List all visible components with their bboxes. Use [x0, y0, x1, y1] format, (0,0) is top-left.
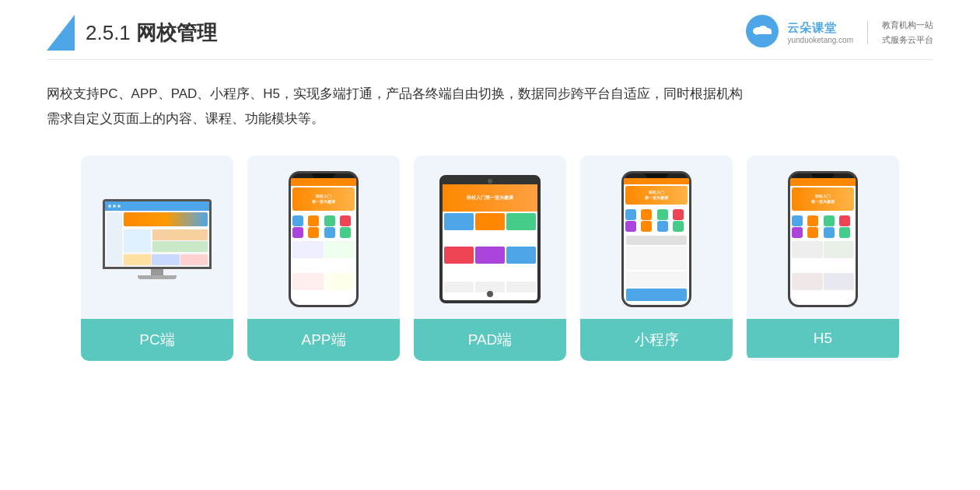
svg-rect-7: [756, 37, 768, 38]
description-line1: 网校支持PC、APP、PAD、小程序、H5，实现多端打通，产品各终端自由切换，数…: [47, 82, 933, 107]
h5-course-list: [790, 240, 856, 305]
pad-grid-item: [506, 213, 536, 230]
h5-course-item: [792, 241, 823, 258]
miniapp-top-bar: [624, 178, 689, 184]
miniapp-phone-device: 轻松入门第一堂兴趣课: [621, 171, 691, 307]
description-line2: 需求自定义页面上的内容、课程、功能模块等。: [47, 107, 933, 131]
pad-grid-item: [444, 247, 474, 264]
card-miniapp-image: 轻松入门第一堂兴趣课: [580, 156, 733, 319]
title-main: 网校管理: [136, 21, 217, 44]
miniapp-phone-screen: 轻松入门第一堂兴趣课: [624, 178, 689, 305]
brand-text: 云朵课堂 yunduoketang.com: [787, 21, 853, 44]
phone-banner: 轻松入门第一堂兴趣课: [292, 187, 355, 211]
card-pad-label: PAD端: [414, 319, 566, 361]
pad-grid-item: [475, 247, 505, 264]
card-pad: 轻松入门第一堂兴趣课: [414, 156, 566, 361]
h5-top-bar: [790, 178, 856, 186]
phone-top-bar: ●●●: [291, 178, 356, 186]
miniapp-content: [624, 233, 689, 305]
pad-device: 轻松入门第一堂兴趣课: [439, 175, 541, 303]
card-pc-label: PC端: [81, 319, 233, 361]
logo-divider: [867, 21, 868, 44]
svg-rect-5: [754, 31, 772, 34]
app-phone-device: ●●● 轻松入门第一堂兴趣课: [289, 171, 359, 307]
pad-grid: [443, 212, 537, 280]
card-miniapp: 轻松入门第一堂兴趣课: [580, 156, 733, 361]
card-app: ●●● 轻松入门第一堂兴趣课: [247, 156, 400, 361]
card-h5-label: H5: [747, 319, 899, 358]
pad-grid-item: [506, 247, 536, 264]
phone-notch: [312, 173, 335, 178]
page-heading: 2.5.1 网校管理: [86, 19, 217, 47]
brand-logo: 云朵课堂 yunduoketang.com 教育机构一站 式服务云平台: [745, 14, 933, 51]
description: 网校支持PC、APP、PAD、小程序、H5，实现多端打通，产品各终端自由切换，数…: [47, 82, 933, 132]
pad-grid-item: [444, 213, 474, 230]
phone-course-list: [291, 240, 356, 305]
course-item: [324, 241, 355, 258]
h5-banner: 轻松入门第一堂兴趣课: [792, 187, 854, 211]
brand-slogan: 教育机构一站 式服务云平台: [882, 18, 933, 47]
pad-top-bar: [443, 178, 537, 184]
card-app-label: APP端: [247, 319, 400, 361]
pc-monitor: [103, 199, 212, 269]
course-item: [324, 273, 355, 290]
h5-phone-device: 轻松入门第一堂兴趣课: [788, 171, 858, 307]
card-h5-image: 轻松入门第一堂兴趣课: [747, 156, 899, 319]
phone-icons-grid: [291, 214, 356, 240]
h5-course-item: [824, 273, 855, 290]
svg-rect-6: [758, 34, 767, 36]
pad-home-button: [487, 291, 493, 297]
slogan-line1: 教育机构一站: [882, 18, 933, 33]
h5-phone-notch: [811, 173, 835, 178]
page-wrapper: 2.5.1 网校管理 云朵课堂: [0, 0, 980, 490]
slogan-line2: 式服务云平台: [882, 33, 933, 47]
pad-screen: 轻松入门第一堂兴趣课: [443, 184, 537, 300]
miniapp-banner: 轻松入门第一堂兴趣课: [625, 186, 688, 205]
course-item: [292, 241, 324, 258]
card-h5: 轻松入门第一堂兴趣课: [747, 156, 899, 361]
pc-base: [138, 275, 177, 279]
yunduoketang-icon: [745, 14, 779, 48]
title-prefix: 2.5.1: [86, 21, 136, 44]
pc-device: [103, 199, 212, 279]
miniapp-icons-grid: [624, 208, 689, 233]
brand-name: 云朵课堂: [787, 21, 853, 36]
pad-banner: 轻松入门第一堂兴趣课: [443, 184, 537, 212]
miniapp-phone-notch: [645, 173, 668, 178]
brand-logo-icon: [745, 14, 779, 51]
svg-marker-0: [47, 15, 75, 51]
card-app-image: ●●● 轻松入门第一堂兴趣课: [247, 156, 400, 319]
h5-icons-grid: [790, 214, 856, 240]
logo-triangle-icon: [47, 15, 75, 51]
header-left: 2.5.1 网校管理: [47, 15, 217, 51]
h5-course-item: [792, 273, 823, 290]
card-miniapp-label: 小程序: [580, 319, 733, 361]
card-pad-image: 轻松入门第一堂兴趣课: [414, 156, 566, 319]
card-pc: PC端: [81, 156, 233, 361]
h5-phone-screen: 轻松入门第一堂兴趣课: [790, 178, 856, 305]
brand-site: yunduoketang.com: [787, 36, 853, 44]
pc-stand: [151, 269, 163, 275]
course-item: [292, 273, 324, 290]
pad-grid-item: [475, 213, 505, 230]
phone-screen: ●●● 轻松入门第一堂兴趣课: [291, 178, 356, 305]
h5-course-item: [824, 241, 855, 258]
cards-section: PC端 ●●● 轻松入门第一堂兴趣课: [47, 156, 933, 361]
header: 2.5.1 网校管理 云朵课堂: [47, 0, 933, 60]
pc-screen: [105, 201, 209, 267]
card-pc-image: [81, 156, 233, 319]
